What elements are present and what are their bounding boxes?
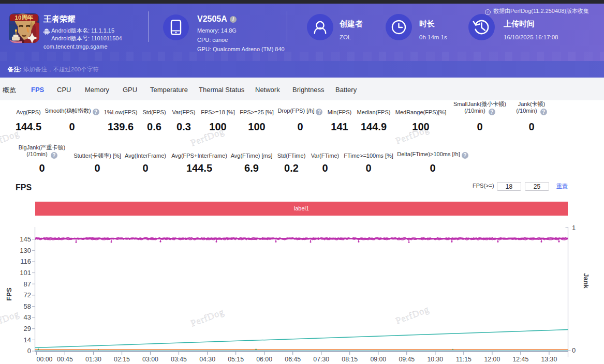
- svg-text:12:45: 12:45: [513, 356, 529, 363]
- svg-text:00:45: 00:45: [57, 356, 73, 363]
- svg-text:1: 1: [572, 224, 576, 232]
- svg-text:09:00: 09:00: [370, 356, 386, 363]
- svg-text:08:15: 08:15: [342, 356, 358, 363]
- svg-text:05:15: 05:15: [228, 356, 244, 363]
- svg-text:43: 43: [24, 313, 31, 321]
- svg-text:12:00: 12:00: [484, 356, 500, 363]
- svg-text:00:00: 00:00: [37, 356, 53, 363]
- svg-text:130: 130: [20, 247, 31, 254]
- svg-text:03:45: 03:45: [171, 356, 187, 363]
- svg-text:87: 87: [24, 280, 31, 288]
- svg-text:04:30: 04:30: [199, 356, 215, 363]
- svg-text:03:00: 03:00: [142, 356, 158, 363]
- svg-text:72: 72: [24, 291, 31, 299]
- svg-text:0: 0: [27, 347, 31, 355]
- svg-text:06:45: 06:45: [285, 356, 301, 363]
- svg-text:13:30: 13:30: [541, 356, 557, 363]
- svg-text:58: 58: [24, 302, 31, 310]
- svg-text:09:45: 09:45: [399, 356, 415, 363]
- svg-text:0: 0: [572, 346, 576, 354]
- svg-text:02:15: 02:15: [114, 356, 130, 363]
- svg-text:101: 101: [20, 269, 31, 277]
- svg-text:116: 116: [20, 257, 31, 265]
- svg-text:11:15: 11:15: [456, 356, 472, 363]
- svg-text:06:00: 06:00: [256, 356, 272, 363]
- svg-text:14: 14: [24, 336, 31, 344]
- svg-text:145: 145: [20, 235, 31, 243]
- svg-text:10周年: 10周年: [15, 14, 34, 21]
- svg-text:FPS: FPS: [5, 287, 13, 301]
- svg-text:07:30: 07:30: [313, 356, 329, 363]
- svg-text:10:30: 10:30: [427, 356, 443, 363]
- svg-text:29: 29: [24, 325, 31, 332]
- svg-text:Jank: Jank: [582, 273, 590, 289]
- svg-text:01:30: 01:30: [85, 356, 101, 363]
